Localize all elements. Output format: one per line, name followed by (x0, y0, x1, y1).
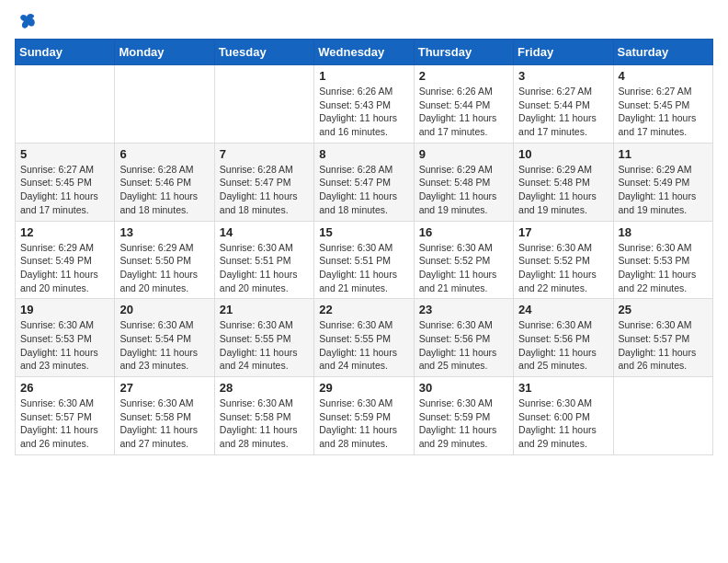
day-info: Sunrise: 6:30 AM Sunset: 5:53 PM Dayligh… (20, 318, 109, 373)
day-info: Sunrise: 6:30 AM Sunset: 5:52 PM Dayligh… (518, 241, 608, 295)
logo-bird-icon (17, 11, 37, 31)
day-info: Sunrise: 6:30 AM Sunset: 5:56 PM Dayligh… (419, 318, 508, 373)
calendar-cell: 21Sunrise: 6:30 AM Sunset: 5:55 PM Dayli… (214, 299, 313, 377)
calendar-cell: 30Sunrise: 6:30 AM Sunset: 5:59 PM Dayli… (414, 377, 513, 455)
calendar-cell: 27Sunrise: 6:30 AM Sunset: 5:58 PM Dayli… (115, 377, 214, 455)
calendar-cell (613, 377, 712, 455)
day-info: Sunrise: 6:26 AM Sunset: 5:43 PM Dayligh… (319, 85, 408, 139)
calendar-week-row: 5Sunrise: 6:27 AM Sunset: 5:45 PM Daylig… (16, 143, 713, 221)
day-number: 15 (319, 225, 408, 239)
day-info: Sunrise: 6:28 AM Sunset: 5:47 PM Dayligh… (220, 163, 309, 217)
column-header-thursday: Thursday (414, 40, 513, 65)
day-number: 31 (518, 381, 608, 395)
calendar-cell: 14Sunrise: 6:30 AM Sunset: 5:51 PM Dayli… (214, 221, 313, 299)
day-info: Sunrise: 6:30 AM Sunset: 5:57 PM Dayligh… (20, 396, 109, 451)
calendar-week-row: 19Sunrise: 6:30 AM Sunset: 5:53 PM Dayli… (16, 299, 713, 377)
logo (15, 15, 37, 28)
day-info: Sunrise: 6:30 AM Sunset: 5:54 PM Dayligh… (119, 318, 209, 373)
day-number: 12 (20, 225, 109, 239)
day-info: Sunrise: 6:29 AM Sunset: 5:49 PM Dayligh… (619, 163, 708, 217)
calendar-cell: 4Sunrise: 6:27 AM Sunset: 5:45 PM Daylig… (613, 65, 712, 144)
day-info: Sunrise: 6:30 AM Sunset: 5:59 PM Dayligh… (319, 396, 408, 451)
day-info: Sunrise: 6:29 AM Sunset: 5:48 PM Dayligh… (419, 163, 508, 217)
day-number: 4 (619, 69, 708, 83)
calendar-cell: 25Sunrise: 6:30 AM Sunset: 5:57 PM Dayli… (613, 299, 712, 377)
day-info: Sunrise: 6:30 AM Sunset: 5:59 PM Dayligh… (419, 396, 508, 451)
day-info: Sunrise: 6:29 AM Sunset: 5:50 PM Dayligh… (119, 241, 209, 295)
day-info: Sunrise: 6:28 AM Sunset: 5:47 PM Dayligh… (319, 163, 408, 217)
calendar-cell: 11Sunrise: 6:29 AM Sunset: 5:49 PM Dayli… (613, 143, 712, 221)
day-info: Sunrise: 6:30 AM Sunset: 5:51 PM Dayligh… (220, 241, 309, 295)
calendar-cell: 22Sunrise: 6:30 AM Sunset: 5:55 PM Dayli… (314, 299, 414, 377)
day-info: Sunrise: 6:30 AM Sunset: 5:55 PM Dayligh… (319, 318, 408, 373)
day-number: 16 (419, 225, 508, 239)
day-info: Sunrise: 6:30 AM Sunset: 6:00 PM Dayligh… (518, 396, 608, 451)
day-number: 23 (419, 303, 508, 316)
day-number: 30 (419, 381, 508, 395)
column-header-saturday: Saturday (613, 40, 712, 65)
calendar-cell: 2Sunrise: 6:26 AM Sunset: 5:44 PM Daylig… (414, 65, 513, 144)
day-info: Sunrise: 6:27 AM Sunset: 5:45 PM Dayligh… (20, 163, 109, 217)
calendar-cell: 16Sunrise: 6:30 AM Sunset: 5:52 PM Dayli… (414, 221, 513, 299)
day-number: 2 (419, 69, 508, 83)
day-number: 1 (319, 69, 408, 83)
day-info: Sunrise: 6:30 AM Sunset: 5:51 PM Dayligh… (319, 241, 408, 295)
day-info: Sunrise: 6:29 AM Sunset: 5:49 PM Dayligh… (20, 241, 109, 295)
day-number: 7 (220, 147, 309, 161)
day-number: 26 (20, 381, 109, 395)
calendar-cell: 23Sunrise: 6:30 AM Sunset: 5:56 PM Dayli… (414, 299, 513, 377)
calendar-cell (115, 65, 214, 144)
day-number: 24 (518, 303, 608, 316)
day-number: 29 (319, 381, 408, 395)
day-number: 17 (518, 225, 608, 239)
calendar-cell (16, 65, 115, 144)
calendar-cell: 20Sunrise: 6:30 AM Sunset: 5:54 PM Dayli… (115, 299, 214, 377)
day-info: Sunrise: 6:30 AM Sunset: 5:56 PM Dayligh… (518, 318, 608, 373)
calendar-cell (214, 65, 313, 144)
day-number: 22 (319, 303, 408, 316)
calendar-header-row: SundayMondayTuesdayWednesdayThursdayFrid… (16, 40, 713, 65)
column-header-monday: Monday (115, 40, 214, 65)
day-info: Sunrise: 6:26 AM Sunset: 5:44 PM Dayligh… (419, 85, 508, 139)
day-number: 8 (319, 147, 408, 161)
day-number: 9 (419, 147, 508, 161)
day-info: Sunrise: 6:27 AM Sunset: 5:44 PM Dayligh… (518, 85, 608, 139)
day-number: 10 (518, 147, 608, 161)
day-number: 19 (20, 303, 109, 316)
day-info: Sunrise: 6:30 AM Sunset: 5:57 PM Dayligh… (619, 318, 708, 373)
day-number: 20 (119, 303, 209, 316)
page-header (15, 15, 713, 28)
calendar-week-row: 26Sunrise: 6:30 AM Sunset: 5:57 PM Dayli… (16, 377, 713, 455)
calendar-cell: 17Sunrise: 6:30 AM Sunset: 5:52 PM Dayli… (514, 221, 613, 299)
calendar-week-row: 12Sunrise: 6:29 AM Sunset: 5:49 PM Dayli… (16, 221, 713, 299)
calendar-cell: 12Sunrise: 6:29 AM Sunset: 5:49 PM Dayli… (16, 221, 115, 299)
column-header-tuesday: Tuesday (214, 40, 313, 65)
day-number: 6 (119, 147, 209, 161)
day-info: Sunrise: 6:30 AM Sunset: 5:55 PM Dayligh… (220, 318, 309, 373)
calendar-cell: 10Sunrise: 6:29 AM Sunset: 5:48 PM Dayli… (514, 143, 613, 221)
day-number: 21 (220, 303, 309, 316)
calendar-cell: 5Sunrise: 6:27 AM Sunset: 5:45 PM Daylig… (16, 143, 115, 221)
day-info: Sunrise: 6:30 AM Sunset: 5:58 PM Dayligh… (119, 396, 209, 451)
day-info: Sunrise: 6:30 AM Sunset: 5:52 PM Dayligh… (419, 241, 508, 295)
day-number: 27 (119, 381, 209, 395)
calendar-cell: 9Sunrise: 6:29 AM Sunset: 5:48 PM Daylig… (414, 143, 513, 221)
day-number: 14 (220, 225, 309, 239)
day-number: 11 (619, 147, 708, 161)
column-header-sunday: Sunday (16, 40, 115, 65)
calendar-cell: 26Sunrise: 6:30 AM Sunset: 5:57 PM Dayli… (16, 377, 115, 455)
day-number: 25 (619, 303, 708, 316)
calendar-cell: 19Sunrise: 6:30 AM Sunset: 5:53 PM Dayli… (16, 299, 115, 377)
calendar-cell: 15Sunrise: 6:30 AM Sunset: 5:51 PM Dayli… (314, 221, 414, 299)
calendar-cell: 28Sunrise: 6:30 AM Sunset: 5:58 PM Dayli… (214, 377, 313, 455)
calendar-cell: 6Sunrise: 6:28 AM Sunset: 5:46 PM Daylig… (115, 143, 214, 221)
calendar-cell: 24Sunrise: 6:30 AM Sunset: 5:56 PM Dayli… (514, 299, 613, 377)
calendar-cell: 29Sunrise: 6:30 AM Sunset: 5:59 PM Dayli… (314, 377, 414, 455)
calendar-cell: 7Sunrise: 6:28 AM Sunset: 5:47 PM Daylig… (214, 143, 313, 221)
day-info: Sunrise: 6:28 AM Sunset: 5:46 PM Dayligh… (119, 163, 209, 217)
calendar-table: SundayMondayTuesdayWednesdayThursdayFrid… (15, 39, 713, 455)
day-info: Sunrise: 6:30 AM Sunset: 5:58 PM Dayligh… (220, 396, 309, 451)
column-header-friday: Friday (514, 40, 613, 65)
calendar-cell: 8Sunrise: 6:28 AM Sunset: 5:47 PM Daylig… (314, 143, 414, 221)
day-info: Sunrise: 6:29 AM Sunset: 5:48 PM Dayligh… (518, 163, 608, 217)
